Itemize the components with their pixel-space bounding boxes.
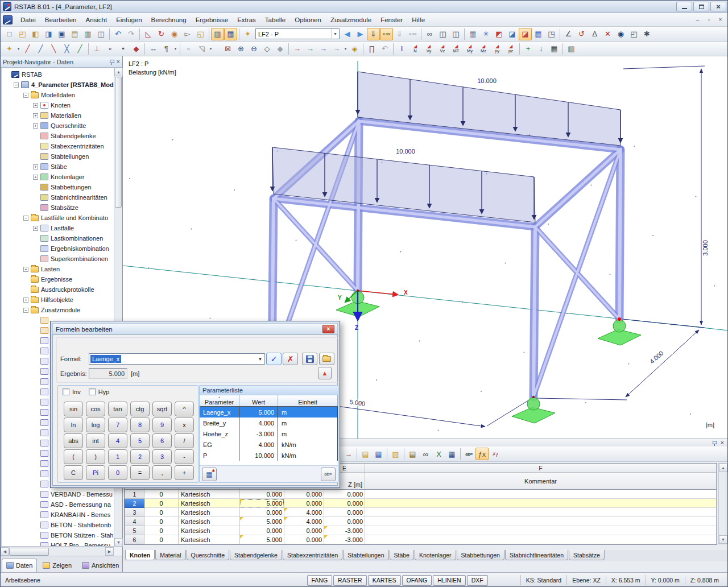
table-pin-icon[interactable] [712,440,717,446]
workplane-xy-button[interactable]: ◩ [493,28,506,40]
dropdown-caret-icon[interactable] [173,43,178,55]
expand-icon[interactable] [23,297,28,303]
show-loads-toggle-button[interactable]: ⇓ [367,28,380,40]
calc-key-2[interactable]: 2 [130,449,150,464]
new-member-divide-button[interactable]: ╳ [60,43,73,55]
support-sphere[interactable] [613,320,626,332]
background-raster-button[interactable]: ▦ [466,28,479,40]
nodes[interactable] [357,290,621,398]
table-vertical-scrollbar[interactable] [718,463,726,544]
view-glasses-button[interactable]: ∞ [423,28,436,40]
menu-item-bearbeiten[interactable]: Bearbeiten [40,15,81,25]
undo-button[interactable]: ↶ [111,28,125,40]
expand-icon[interactable] [33,226,38,231]
navigator-tab-ansichten[interactable]: Ansichten [77,559,123,572]
apply-formula-button[interactable]: ✓ [266,353,282,365]
zoom-out-button[interactable]: ⊖ [247,43,260,55]
cell-x[interactable]: 5.000 [240,517,284,526]
menu-item-tabelle[interactable]: Tabelle [260,15,290,25]
tree-item-beton-st-tzen-stah[interactable]: BETON Stützen - Stah [2,530,114,540]
view-filter-glasses-button[interactable]: ∞ [419,448,432,460]
calc-key-4[interactable]: 4 [108,433,127,448]
tree-item-zusatzmodule[interactable]: Zusatzmodule [2,305,114,315]
menu-item-ergebnisse[interactable]: Ergebnisse [191,15,233,25]
row-header-4[interactable]: 4 [125,517,144,526]
navigator-close-icon[interactable] [117,59,120,65]
cell-z[interactable]: 0.000 [324,499,365,508]
new-member-set-button[interactable]: ╱ [34,43,47,55]
view-z-button[interactable]: → [317,43,330,55]
cell-ref[interactable]: 0 [144,517,179,526]
param-column-wert[interactable]: Wert [239,395,278,406]
new-member-connect-button[interactable]: ╱ [73,43,86,55]
tree-item-kranbahn-bemes[interactable]: KRANBAHN - Bemes [2,510,114,520]
new-load-case-button[interactable]: ✦ [241,28,254,40]
print-button[interactable]: ▥ [81,28,94,40]
result-mz-button[interactable]: ◢Mz [477,43,490,55]
table-scroll-down-icon[interactable] [719,535,727,544]
status-toggle-ofang[interactable]: OFANG [402,575,432,586]
rename-ab-button[interactable]: ab= [462,448,475,460]
edit-parameters-button[interactable]: ▦ [202,468,217,481]
delete-guides-button[interactable]: ✕ [601,28,614,40]
support-sphere[interactable] [527,398,540,410]
comment-tool-button[interactable]: ¶ [160,43,173,55]
cell-ref[interactable]: 0 [144,526,179,535]
edit-formula-fx-button[interactable]: ƒx [475,448,489,460]
cell-comment[interactable] [365,535,717,544]
table-tab-material[interactable]: Material [155,550,185,560]
tree-item-stabs-tze[interactable]: Stabsätze [2,202,114,213]
param-column-einheit[interactable]: Einheit [278,395,338,406]
calc-key-[interactable]: - [175,449,194,464]
formula-combobox[interactable]: Laenge_x [89,353,265,365]
zoom-pointer-button[interactable]: ◉ [168,28,181,40]
table-tab-querschnitte[interactable]: Querschnitte [187,550,230,560]
menu-item-optionen[interactable]: Optionen [290,15,326,25]
dropdown-caret-icon[interactable] [343,43,348,55]
warning-button[interactable] [318,367,332,379]
object-info-button[interactable]: ◉ [614,28,627,40]
navigator-horizontal-scrollbar[interactable] [1,547,114,556]
tree-item-asd-bemessung-na[interactable]: ASD - Bemessung na [2,499,114,510]
new-member-button[interactable]: ╱ [21,43,34,55]
show-result-values-toggle-button[interactable]: x.xx [406,28,419,40]
view-isometric-button[interactable]: ◇ [260,43,274,55]
new-node-button[interactable]: ✦ [3,43,16,55]
cell-system[interactable]: Kartesisch [179,535,240,544]
redo-button[interactable]: ↷ [125,28,138,40]
tree-item-ausdruckprotokolle[interactable]: Ausdruckprotokolle [2,284,114,295]
previous-view-button[interactable]: ↶ [378,43,391,55]
menu-item-zusatzmodule[interactable]: Zusatzmodule [326,15,376,25]
calc-key-9[interactable]: 9 [152,417,172,432]
cell-comment[interactable] [365,508,717,517]
table-panel-toggle-button[interactable]: ▦ [224,28,237,40]
tree-item-knoten[interactable]: Knoten [2,100,114,110]
rotate-view-button[interactable]: ↻ [155,28,168,40]
result-py-button[interactable]: ◢py [490,43,504,55]
new-window-button[interactable]: ◱ [194,28,207,40]
tree-item-ergebniskombination[interactable]: Ergebniskombination [2,243,114,254]
new-file-button[interactable]: □ [3,28,16,40]
param-column-parameter[interactable]: Parameter [200,395,239,406]
clipboard-button[interactable]: ▤ [68,28,81,40]
mdi-restore-button[interactable]: ▫ [704,16,714,24]
cell-comment[interactable] [365,499,717,508]
calc-key-[interactable]: , [152,465,172,480]
new-support-button[interactable]: ⊥ [90,43,104,55]
snap-grid-button[interactable]: ✳ [479,28,493,40]
param-row-hoehe-z[interactable]: Hoehe_z-3.000m [200,428,338,439]
cell-system[interactable]: Kartesisch [179,490,240,499]
result-n-button[interactable]: ◢N [408,43,422,55]
cell-x[interactable]: 0.000 [240,526,284,535]
collapse-icon[interactable] [23,93,28,98]
tree-item-knotenlager[interactable]: Knotenlager [2,172,114,182]
status-toggle-raster[interactable]: RASTER [333,575,367,586]
param-row-eg[interactable]: EG4.000kN/m [200,439,338,450]
cell-y[interactable]: 0.000 [284,535,324,544]
tree-item-beton-stahlbetonb[interactable]: BETON - Stahlbetonb [2,520,114,530]
menu-item-fenster[interactable]: Fenster [376,15,407,25]
save-button[interactable]: ▣ [55,28,68,40]
calc-key-[interactable]: ( [64,449,83,464]
table-top-row-button[interactable]: ▤ [359,448,372,460]
calc-key-8[interactable]: 8 [130,417,150,432]
